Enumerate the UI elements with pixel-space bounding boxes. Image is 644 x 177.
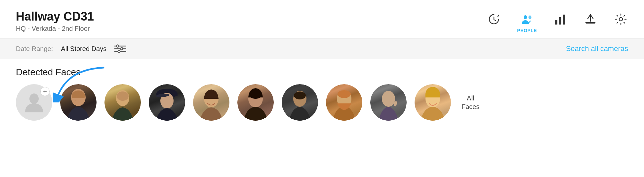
date-range-value[interactable]: All Stored Days bbox=[61, 45, 106, 53]
face-photo-6 bbox=[282, 84, 318, 121]
export-button[interactable] bbox=[583, 12, 598, 27]
sliders-icon bbox=[114, 44, 126, 53]
svg-point-6 bbox=[619, 18, 623, 21]
camera-title: Hallway CD31 bbox=[16, 9, 94, 24]
export-icon bbox=[583, 12, 598, 27]
face-photo-8 bbox=[370, 84, 407, 121]
face-photo-9 bbox=[415, 84, 451, 121]
svg-rect-2 bbox=[555, 20, 557, 25]
face-photo-3 bbox=[149, 84, 185, 121]
svg-point-0 bbox=[524, 15, 527, 19]
filter-icon-button[interactable] bbox=[114, 44, 126, 53]
analytics-icon bbox=[553, 12, 567, 27]
filter-left: Date Range: All Stored Days bbox=[16, 44, 126, 53]
svg-rect-4 bbox=[563, 15, 565, 25]
face-2[interactable] bbox=[104, 84, 141, 121]
people-button[interactable]: PEOPLE bbox=[517, 12, 537, 33]
add-face-button[interactable]: + bbox=[16, 84, 52, 121]
main-content: Detected Faces + bbox=[0, 59, 644, 177]
svg-point-29 bbox=[338, 90, 351, 98]
face-5[interactable] bbox=[237, 84, 274, 121]
history-button[interactable] bbox=[487, 12, 501, 27]
face-3[interactable] bbox=[149, 84, 185, 121]
all-faces-line2: Faces bbox=[462, 102, 479, 111]
date-range-label: Date Range: bbox=[16, 45, 53, 53]
title-block: Hallway CD31 HQ - Verkada - 2nd Floor bbox=[16, 9, 94, 32]
face-photo-4 bbox=[193, 84, 229, 121]
all-faces-line1: All bbox=[467, 94, 474, 102]
face-photo-1 bbox=[60, 84, 97, 121]
analytics-button[interactable] bbox=[553, 12, 567, 27]
people-label: PEOPLE bbox=[517, 28, 537, 33]
face-7[interactable] bbox=[326, 84, 362, 121]
history-icon bbox=[487, 12, 501, 27]
section-title: Detected Faces bbox=[16, 67, 628, 78]
face-9[interactable] bbox=[415, 84, 451, 121]
svg-point-18 bbox=[117, 91, 129, 101]
svg-point-25 bbox=[249, 91, 262, 99]
people-icon bbox=[520, 12, 534, 27]
svg-point-11 bbox=[121, 48, 123, 50]
camera-subtitle: HQ - Verkada - 2nd Floor bbox=[16, 25, 94, 32]
svg-point-13 bbox=[29, 93, 39, 104]
toolbar-icons: PEOPLE bbox=[487, 9, 628, 33]
face-6[interactable] bbox=[282, 84, 318, 121]
search-all-cameras-button[interactable]: Search all cameras bbox=[566, 44, 628, 53]
face-photo-5 bbox=[237, 84, 274, 121]
face-4[interactable] bbox=[193, 84, 229, 121]
face-photo-2 bbox=[104, 84, 141, 121]
header: Hallway CD31 HQ - Verkada - 2nd Floor bbox=[0, 0, 644, 38]
svg-point-27 bbox=[294, 91, 306, 99]
svg-rect-3 bbox=[559, 17, 561, 25]
settings-icon bbox=[614, 12, 628, 27]
filter-bar: Date Range: All Stored Days Search all c… bbox=[0, 38, 644, 59]
face-photo-7 bbox=[326, 84, 362, 121]
faces-row: + bbox=[16, 84, 628, 121]
settings-button[interactable] bbox=[614, 12, 628, 27]
add-face-plus-icon: + bbox=[40, 87, 50, 96]
svg-point-10 bbox=[117, 45, 119, 47]
svg-point-1 bbox=[529, 16, 532, 19]
svg-point-30 bbox=[382, 91, 395, 107]
svg-point-12 bbox=[118, 50, 120, 53]
all-faces-button[interactable]: All Faces bbox=[462, 94, 479, 111]
face-1[interactable] bbox=[60, 84, 97, 121]
page-container: Hallway CD31 HQ - Verkada - 2nd Floor bbox=[0, 0, 644, 177]
face-8[interactable] bbox=[370, 84, 407, 121]
